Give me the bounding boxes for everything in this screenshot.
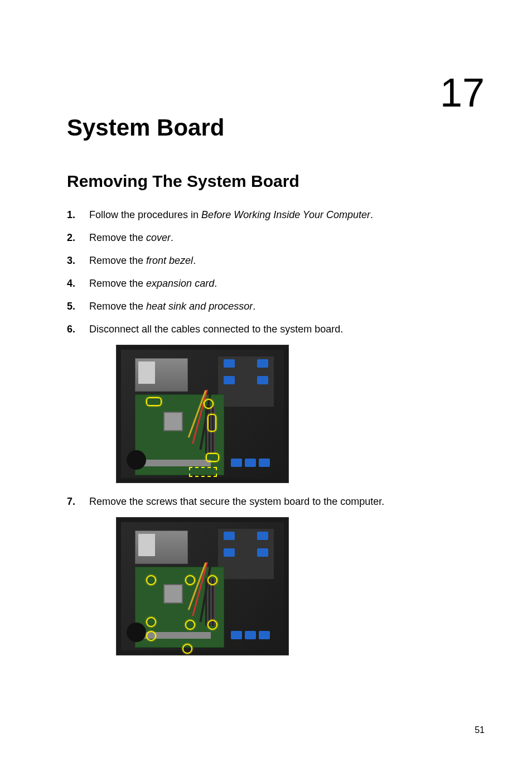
step-prefix: Remove the screws that secure the system… — [89, 496, 384, 507]
step-italic: Before Working Inside Your Computer — [201, 209, 370, 220]
step-suffix: . — [171, 232, 173, 243]
step-suffix: . — [253, 301, 255, 312]
step-prefix: Remove the — [89, 255, 146, 266]
step-text: Remove the screws that secure the system… — [89, 494, 485, 509]
step-text: Remove the expansion card. — [89, 276, 485, 291]
step-prefix: Follow the procedures in — [89, 209, 201, 220]
figure-screw-removal — [116, 517, 289, 655]
step-suffix: . — [370, 209, 373, 220]
step-list-continued: 7. Remove the screws that secure the sys… — [67, 494, 485, 509]
step-prefix: Remove the — [89, 278, 146, 289]
step-text: Disconnect all the cables connected to t… — [89, 322, 485, 337]
figure-cable-disconnect — [116, 345, 289, 483]
step-number: 7. — [67, 494, 89, 509]
step-text: Remove the heat sink and processor. — [89, 299, 485, 314]
chapter-number: 17 — [440, 70, 485, 115]
step-italic: front bezel — [146, 255, 193, 266]
step-item: 3. Remove the front bezel. — [67, 253, 485, 268]
step-suffix: . — [193, 255, 196, 266]
chapter-title: System Board — [67, 114, 485, 141]
step-text: Remove the front bezel. — [89, 253, 485, 268]
step-number: 2. — [67, 230, 89, 245]
step-number: 4. — [67, 276, 89, 291]
page-number: 51 — [475, 725, 485, 735]
step-list: 1. Follow the procedures in Before Worki… — [67, 208, 485, 337]
step-item: 2. Remove the cover. — [67, 230, 485, 245]
step-prefix: Disconnect all the cables connected to t… — [89, 324, 343, 335]
step-italic: cover — [146, 232, 171, 243]
step-item: 6. Disconnect all the cables connected t… — [67, 322, 485, 337]
step-number: 6. — [67, 322, 89, 337]
step-text: Follow the procedures in Before Working … — [89, 208, 485, 223]
step-item: 5. Remove the heat sink and processor. — [67, 299, 485, 314]
step-item: 7. Remove the screws that secure the sys… — [67, 494, 485, 509]
step-item: 1. Follow the procedures in Before Worki… — [67, 208, 485, 223]
step-prefix: Remove the — [89, 232, 146, 243]
step-item: 4. Remove the expansion card. — [67, 276, 485, 291]
step-italic: heat sink and processor — [146, 301, 253, 312]
section-title: Removing The System Board — [67, 172, 485, 191]
step-number: 5. — [67, 299, 89, 314]
step-prefix: Remove the — [89, 301, 146, 312]
step-suffix: . — [214, 278, 217, 289]
step-italic: expansion card — [146, 278, 214, 289]
step-number: 1. — [67, 208, 89, 223]
step-text: Remove the cover. — [89, 230, 485, 245]
step-number: 3. — [67, 253, 89, 268]
